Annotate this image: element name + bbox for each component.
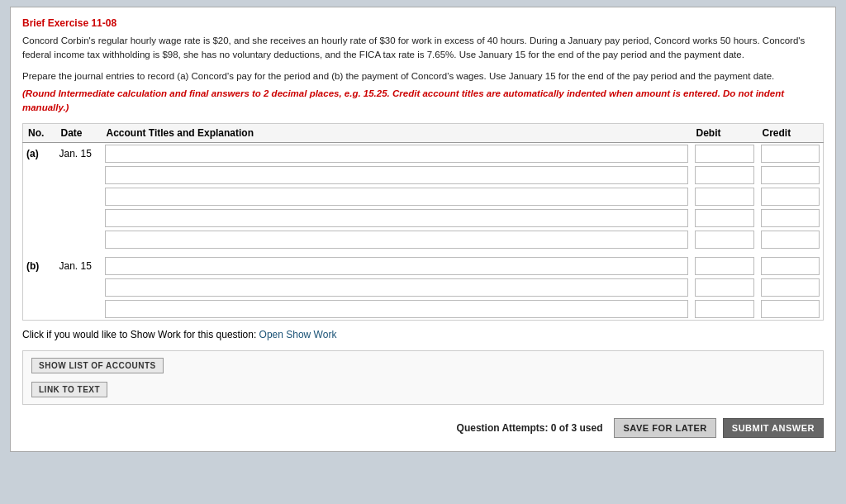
table-row: (b) Jan. 15 — [23, 255, 824, 277]
debit-input-a4[interactable] — [695, 209, 754, 227]
debit-input-a3[interactable] — [695, 188, 754, 206]
account-input-b3[interactable] — [105, 300, 688, 318]
journal-table: No. Date Account Titles and Explanation … — [22, 123, 824, 321]
credit-cell — [758, 143, 824, 165]
table-row — [23, 229, 824, 250]
show-work-line: Click if you would like to Show Work for… — [22, 329, 824, 340]
prepare-text: Prepare the journal entries to record (a… — [22, 69, 824, 83]
save-for-later-button[interactable]: SAVE FOR LATER — [614, 418, 715, 438]
credit-input-b3[interactable] — [761, 300, 820, 318]
header-debit: Debit — [692, 124, 758, 143]
section-a-date: Jan. 15 — [56, 143, 102, 165]
link-to-text-button[interactable]: LINK TO TEXT — [31, 382, 107, 397]
account-input-a4[interactable] — [105, 209, 688, 227]
account-input-a3[interactable] — [105, 188, 688, 206]
debit-input-a2[interactable] — [695, 166, 754, 184]
rounding-instruction: (Round Intermediate calculation and fina… — [22, 87, 824, 116]
account-input-a1[interactable] — [105, 145, 688, 163]
exercise-title: Brief Exercise 11-08 — [22, 17, 824, 29]
table-row: (a) Jan. 15 — [23, 143, 824, 165]
credit-input-a4[interactable] — [761, 209, 820, 227]
show-list-accounts-button[interactable]: SHOW LIST OF ACCOUNTS — [31, 358, 164, 373]
debit-input-b3[interactable] — [695, 300, 754, 318]
table-row — [23, 298, 824, 321]
header-credit: Credit — [758, 124, 824, 143]
submit-answer-button[interactable]: SUBMIT ANSWER — [723, 418, 824, 438]
table-row — [23, 277, 824, 298]
section-b-date: Jan. 15 — [56, 255, 102, 277]
account-input-a5[interactable] — [105, 231, 688, 249]
table-row — [23, 186, 824, 207]
show-work-label: Click if you would like to Show Work for… — [22, 329, 256, 340]
account-input-b1[interactable] — [105, 257, 688, 275]
debit-input-b2[interactable] — [695, 278, 754, 297]
debit-input-a1[interactable] — [695, 145, 754, 163]
account-input-b2[interactable] — [105, 278, 688, 297]
header-date: Date — [56, 124, 102, 143]
credit-input-a5[interactable] — [761, 231, 820, 249]
attempts-text: Question Attempts: 0 of 3 used — [457, 422, 603, 434]
open-show-work-link[interactable]: Open Show Work — [259, 329, 337, 340]
credit-input-a1[interactable] — [761, 145, 820, 163]
header-account: Account Titles and Explanation — [102, 124, 692, 143]
footer-bar: Question Attempts: 0 of 3 used SAVE FOR … — [22, 413, 824, 441]
credit-input-a2[interactable] — [761, 166, 820, 184]
credit-input-b2[interactable] — [761, 278, 820, 297]
header-no: No. — [23, 124, 56, 143]
table-row — [23, 164, 824, 186]
account-cell — [102, 143, 692, 165]
section-a-label: (a) — [23, 143, 56, 165]
section-b-label: (b) — [23, 255, 56, 277]
account-input-a2[interactable] — [105, 166, 688, 184]
debit-cell — [692, 143, 758, 165]
table-row — [23, 207, 824, 229]
debit-input-a5[interactable] — [695, 231, 754, 249]
credit-input-a3[interactable] — [761, 188, 820, 206]
problem-text: Concord Corbin's regular hourly wage rat… — [22, 34, 824, 63]
credit-input-b1[interactable] — [761, 257, 820, 275]
debit-input-b1[interactable] — [695, 257, 754, 275]
extra-buttons-section: SHOW LIST OF ACCOUNTS LINK TO TEXT — [22, 350, 824, 405]
